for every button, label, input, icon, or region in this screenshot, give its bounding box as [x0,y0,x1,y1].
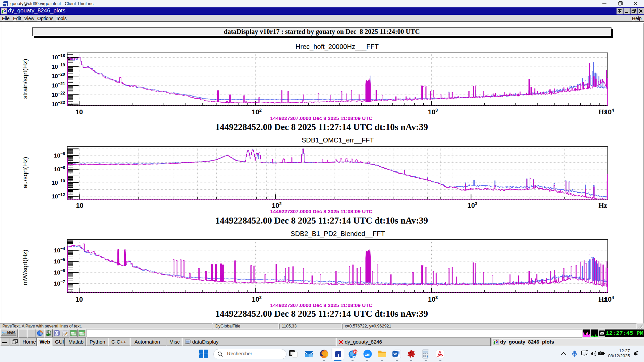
svg-text:Ice: Ice [2,331,7,335]
svg-text:WM: WM [7,330,15,335]
svg-text:zm: zm [365,352,370,356]
svg-text:14: 14 [354,350,357,353]
